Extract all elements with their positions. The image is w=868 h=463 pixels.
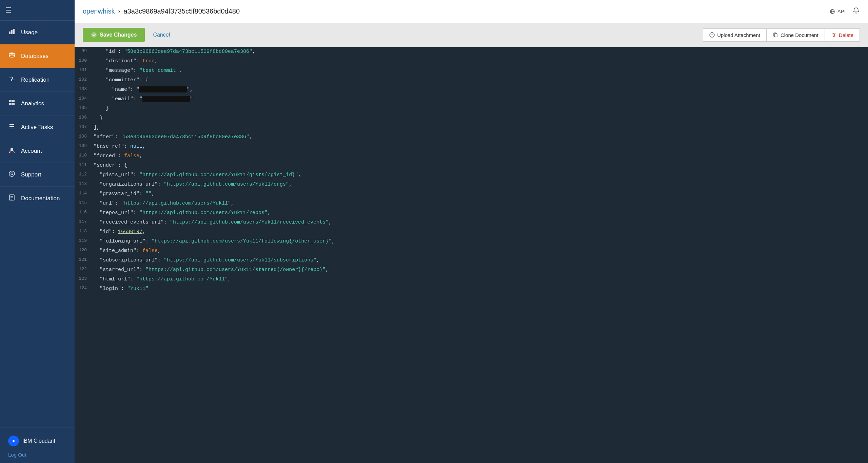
logout-link[interactable]: Log Out [5,452,69,458]
svg-rect-1 [11,30,13,34]
code-line-119: 119 "following_url": "https://api.github… [75,237,868,246]
code-line-118: 118 "id": 16630197, [75,227,868,237]
topbar-right: API [829,7,860,16]
code-line-123: 123 "html_url": "https://api.github.com/… [75,275,868,284]
code-line-122: 122 "starred_url": "https://api.github.c… [75,265,868,275]
code-line-101: 101 "message": "test commit", [75,66,868,76]
svg-rect-4 [9,100,12,102]
topbar: openwhisk › a3a3c9869a94f3735c5f80536bd0… [75,0,868,23]
clone-document-label: Clone Document [781,32,818,38]
code-line-110: 110 "forced": false, [75,151,868,161]
svg-rect-24 [774,34,777,37]
svg-rect-5 [12,100,15,102]
sidebar-item-databases[interactable]: Databases [0,44,75,68]
active-tasks-icon [8,123,16,131]
code-line-100: 100 "distinct": true, [75,57,868,66]
code-line-112: 112 "gists_url": "https://api.github.com… [75,170,868,180]
code-line-108: 108 "after": "58e3c96863dee97da473bc1150… [75,132,868,142]
code-line-111: 111 "sender": { [75,161,868,170]
delete-label: Delete [839,32,853,38]
svg-rect-0 [9,31,11,34]
upload-attachment-label: Upload Attachment [717,32,760,38]
svg-rect-2 [13,29,15,34]
svg-point-12 [9,151,11,153]
sidebar-item-usage-label: Usage [21,29,38,36]
toolbar-right-buttons: Upload Attachment Clone Document Delete [703,28,860,42]
svg-point-14 [11,173,13,175]
code-line-124: 124 "login": "Yuk11" [75,284,868,294]
svg-point-11 [11,148,13,150]
delete-button[interactable]: Delete [825,28,860,42]
sidebar-item-analytics-label: Analytics [21,100,44,107]
code-line-116: 116 "repos_url": "https://api.github.com… [75,208,868,218]
code-line-99: 99 "id": "58e3c96863dee97da473bc11509f8b… [75,47,868,57]
upload-attachment-button[interactable]: Upload Attachment [703,28,766,42]
sidebar-item-account-label: Account [21,148,42,154]
sidebar-nav: Usage Databases Replication Analytics Ac [0,21,75,427]
svg-point-13 [9,171,15,176]
sidebar-header: ☰ [0,0,75,21]
bell-icon[interactable] [852,7,860,16]
svg-point-20 [91,32,97,38]
code-line-113: 113 "organizations_url": "https://api.gi… [75,180,868,189]
sidebar-item-documentation[interactable]: Documentation [0,187,75,210]
sidebar-item-replication-label: Replication [21,77,50,83]
sidebar-item-active-tasks[interactable]: Active Tasks [0,115,75,139]
api-label: API [837,8,846,14]
account-icon [8,147,16,155]
code-line-120: 120 "site_admin": false, [75,246,868,256]
hamburger-icon[interactable]: ☰ [5,6,12,14]
sidebar-footer: IBM Cloudant Log Out [0,427,75,463]
code-line-115: 115 "url": "https://api.github.com/users… [75,199,868,208]
sidebar-item-support-label: Support [21,171,41,178]
code-line-121: 121 "subscriptions_url": "https://api.gi… [75,256,868,265]
cancel-button[interactable]: Cancel [150,28,173,42]
main-content: openwhisk › a3a3c9869a94f3735c5f80536bd0… [75,0,868,463]
code-editor[interactable]: 99 "id": "58e3c96863dee97da473bc11509f8b… [75,47,868,463]
svg-rect-7 [12,103,15,105]
support-icon [8,170,16,179]
sidebar-item-documentation-label: Documentation [21,195,60,202]
code-line-102: 102 "committer": { [75,76,868,85]
code-line-106: 106 } [75,113,868,123]
toolbar: Save Changes Cancel Upload Attachment Cl… [75,23,868,47]
code-line-105: 105 } [75,104,868,113]
svg-rect-6 [9,103,12,105]
code-line-114: 114 "gravatar_id": "", [75,189,868,199]
breadcrumb-db[interactable]: openwhisk [83,7,115,15]
sidebar-item-usage[interactable]: Usage [0,21,75,44]
sidebar-item-support[interactable]: Support [0,163,75,187]
sidebar-item-analytics[interactable]: Analytics [0,92,75,115]
code-line-117: 117 "received_events_url": "https://api.… [75,218,868,227]
sidebar-item-replication[interactable]: Replication [0,68,75,92]
replication-icon [8,76,16,84]
documentation-icon [8,194,16,203]
sidebar-item-databases-label: Databases [21,53,48,60]
usage-icon [8,28,16,37]
api-button[interactable]: API [829,8,846,15]
breadcrumb-arrow: › [118,8,120,15]
code-line-109: 109 "base_ref": null, [75,142,868,151]
breadcrumb: openwhisk › a3a3c9869a94f3735c5f80536bd0… [83,7,240,15]
brand-row: IBM Cloudant [5,433,69,449]
save-changes-label: Save Changes [100,32,137,38]
sidebar: ☰ Usage Databases Replication Analytics [0,0,75,463]
brand-logo [8,436,19,446]
save-changes-button[interactable]: Save Changes [83,28,145,42]
svg-point-3 [9,52,15,55]
code-line-107: 107 ], [75,123,868,132]
databases-icon [8,52,16,60]
sidebar-item-active-tasks-label: Active Tasks [21,124,53,131]
code-line-104: 104 "email": "" [75,94,868,104]
sidebar-item-account[interactable]: Account [0,139,75,163]
clone-document-button[interactable]: Clone Document [766,28,825,42]
analytics-icon [8,99,16,108]
code-line-103: 103 "name": "", [75,85,868,94]
brand-name: IBM Cloudant [22,438,55,444]
breadcrumb-doc: a3a3c9869a94f3735c5f80536bd0d480 [124,7,240,15]
